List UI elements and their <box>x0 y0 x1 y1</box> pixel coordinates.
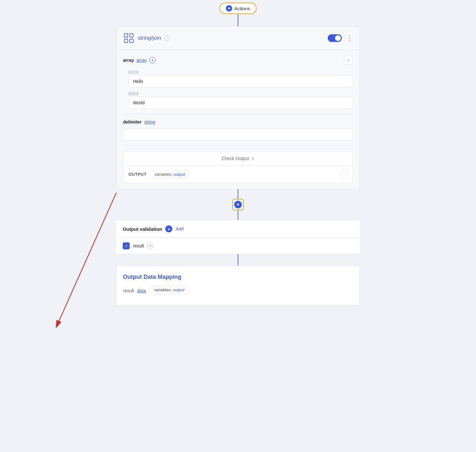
check-output-header[interactable]: Check Output ∧ <box>123 151 353 166</box>
mapping-type-link[interactable]: data <box>137 286 146 293</box>
array-field-row: array array + ∨ <box>123 56 353 65</box>
array-item-1: string <box>128 91 353 109</box>
delimiter-type[interactable]: string <box>144 119 155 125</box>
connector-line-top <box>238 14 238 26</box>
connector-bottom <box>238 254 238 266</box>
delimiter-input[interactable] <box>123 128 353 141</box>
actions-button[interactable]: + Actions <box>219 3 256 14</box>
more-options-button[interactable]: ⋮ <box>346 34 353 42</box>
array-collapse-button[interactable]: ∨ <box>344 56 353 65</box>
result-label: result <box>133 243 144 248</box>
actions-plus-icon: + <box>226 5 232 12</box>
node-icon <box>123 32 135 44</box>
array-item-0-input[interactable] <box>128 75 353 87</box>
actions-label: Actions <box>234 6 250 11</box>
output-badge: variables: output <box>150 170 189 178</box>
delimiter-section: delimiter string <box>123 119 353 141</box>
divider-2 <box>123 146 353 146</box>
svg-rect-1 <box>130 34 133 37</box>
mapping-badge-key: variables: <box>154 287 172 292</box>
mapping-row-0: result data variables: output <box>123 286 353 294</box>
array-items: string string <box>123 69 353 109</box>
output-badge-val: output <box>174 172 185 177</box>
check-output-section: Check Output ∧ OUTPUT variables: output <box>123 151 353 183</box>
validation-title: Output validation <box>123 226 162 232</box>
array-item-0-type[interactable]: string <box>128 69 353 74</box>
array-add-button[interactable]: + <box>149 57 156 63</box>
add-step-area: + <box>232 189 244 220</box>
mapping-key-result: result <box>123 286 134 293</box>
add-step-button[interactable]: + <box>232 199 244 210</box>
enable-toggle[interactable] <box>328 34 342 42</box>
output-checkbox[interactable] <box>341 171 348 178</box>
output-mapping-section: Output Data Mapping result data variable… <box>116 266 360 305</box>
validation-add-label[interactable]: Add <box>176 226 184 231</box>
divider-1 <box>123 114 353 114</box>
add-step-icon: + <box>234 201 242 208</box>
actions-area: + Actions <box>219 3 256 26</box>
array-item-1-input[interactable] <box>128 97 353 109</box>
delimiter-label: delimiter <box>123 119 142 125</box>
output-validation-panel: Output validation + Add result ✕ <box>116 220 360 254</box>
info-icon[interactable]: i <box>164 35 170 41</box>
result-checkbox[interactable] <box>123 242 130 249</box>
array-type[interactable]: array <box>136 58 147 63</box>
svg-line-5 <box>56 193 116 327</box>
validation-add-icon[interactable]: + <box>165 225 172 232</box>
mapping-output-badge: variables: output <box>149 286 189 294</box>
main-card: string/join i ⋮ array array + ∨ string <box>116 26 360 189</box>
output-label: OUTPUT <box>128 172 146 177</box>
validation-item-0: result ✕ <box>116 238 360 254</box>
svg-rect-0 <box>124 34 128 37</box>
delimiter-row: delimiter string <box>123 119 353 125</box>
header-right: ⋮ <box>328 34 353 42</box>
card-body: array array + ∨ string string <box>117 50 359 189</box>
mapping-title: Output Data Mapping <box>123 274 353 280</box>
array-item-0: string <box>128 69 353 87</box>
output-row: OUTPUT variables: output <box>123 166 353 183</box>
mapping-badge-val: output <box>173 287 185 292</box>
output-badge-key: variables: <box>154 172 172 177</box>
svg-rect-3 <box>130 39 133 43</box>
card-title[interactable]: string/join <box>138 35 161 41</box>
connector-mid-top <box>238 189 238 199</box>
check-output-chevron: ∧ <box>251 156 254 161</box>
array-label: array <box>123 58 134 63</box>
array-item-1-type[interactable]: string <box>128 91 353 95</box>
connector-mid-bottom <box>238 210 238 220</box>
result-remove-button[interactable]: ✕ <box>147 243 153 249</box>
card-header: string/join i ⋮ <box>117 27 359 50</box>
check-output-label: Check Output <box>222 156 249 161</box>
validation-header: Output validation + Add <box>116 220 360 238</box>
svg-rect-2 <box>124 39 128 43</box>
